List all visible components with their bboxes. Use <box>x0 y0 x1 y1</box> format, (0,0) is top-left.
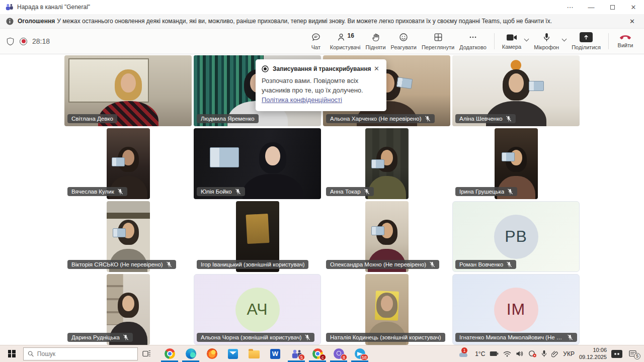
raise-hand-icon <box>371 32 381 42</box>
battery-icon[interactable] <box>490 345 499 362</box>
app-word[interactable] <box>265 345 286 362</box>
task-view-button[interactable] <box>138 345 155 362</box>
participant-tile[interactable]: Ігор Іваницький (зовнішній користувач) <box>194 201 321 272</box>
app-teams[interactable]: 5 <box>286 345 307 362</box>
participant-tile[interactable]: РВ Роман Вовченко <box>452 201 580 272</box>
notification-center-button[interactable]: 5 <box>627 345 639 362</box>
window-title: Нарада в каналі "General" <box>17 4 90 11</box>
share-button[interactable]: Поділитися <box>569 29 603 53</box>
participants-button[interactable]: 16 Користувачі <box>328 29 363 53</box>
teams-window: Нарада в каналі "General" ⋯ — ✕ Оголошен… <box>0 0 644 362</box>
shield-icon <box>6 37 15 46</box>
app-chrome-profile[interactable]: c <box>307 345 328 362</box>
mic-chevron-icon[interactable] <box>562 36 567 41</box>
participant-tile[interactable]: Дарина Рудніцька <box>64 274 192 345</box>
maximize-icon <box>610 5 615 10</box>
participant-name-label: Наталія Кодинець (зовнішній користувач) <box>326 333 445 342</box>
mic-off-icon <box>425 116 431 122</box>
window-maximize-button[interactable] <box>602 0 623 14</box>
app-telegram[interactable]: 58 <box>349 345 370 362</box>
notification-badge: 5 <box>634 353 640 359</box>
volume-icon[interactable] <box>516 345 523 362</box>
language-indicator[interactable]: УКР <box>563 350 575 357</box>
viber-badge: 8 <box>341 354 347 360</box>
clock[interactable]: 10:06 09.12.2025 <box>579 347 607 361</box>
view-button[interactable]: Переглянути <box>419 29 457 53</box>
participant-tile[interactable]: Анна Токар <box>323 128 450 199</box>
window-more-button[interactable]: ⋯ <box>559 0 581 14</box>
id-card-graphic <box>112 157 125 166</box>
taskbar-search[interactable] <box>23 347 138 360</box>
task-view-icon <box>142 350 151 357</box>
avatar-initials: РВ <box>505 227 527 246</box>
app-viber[interactable]: 8 <box>328 345 349 362</box>
banner-close-button[interactable]: ✕ <box>626 18 638 25</box>
start-button[interactable] <box>0 345 23 362</box>
participant-tile[interactable]: Вячеслав Кулик <box>64 128 192 199</box>
mic-button[interactable]: Мікрофон <box>531 29 561 53</box>
announcement-label: Оголошення <box>18 18 55 25</box>
participant-name-label: Олександра Мохно (Не перевірено) <box>326 260 439 269</box>
participant-name-label: Вячеслав Кулик <box>67 187 127 196</box>
participant-tile[interactable]: Аліна Шевченко <box>452 55 580 126</box>
taskbar-apps: 5 c 8 58 <box>159 345 370 362</box>
mic-off-icon <box>506 116 512 122</box>
id-card-graphic <box>371 159 384 168</box>
participant-tile[interactable]: АЧ Альона Чорна (зовнішній користувач) <box>194 274 321 345</box>
participant-name-label: Дарина Рудніцька <box>67 333 133 342</box>
screen-recorder-tray-icon[interactable] <box>611 345 622 362</box>
id-card-graphic <box>396 77 412 89</box>
window-close-button[interactable]: ✕ <box>623 0 644 14</box>
participant-name-label: Аліна Шевченко <box>455 114 516 123</box>
participant-tile[interactable]: Наталія Кодинець (зовнішній користувач) <box>323 274 450 345</box>
chrome-profile-badge: c <box>319 354 326 360</box>
window-minimize-button[interactable]: — <box>581 0 602 14</box>
tray-date: 09.12.2025 <box>579 354 607 361</box>
privacy-policy-link[interactable]: Політика конфіденційності <box>262 96 342 104</box>
app-mail[interactable] <box>222 345 244 362</box>
meeting-timer: 28:18 <box>32 37 50 45</box>
react-button[interactable]: Реагувати <box>388 29 419 53</box>
recording-tray-icon[interactable] <box>528 345 537 362</box>
onedrive-cloud-icon[interactable]: 1 <box>457 345 470 362</box>
participant-name-label: Ігнатенко Микола Миколайович (Не пере... <box>455 333 577 342</box>
app-file-explorer[interactable] <box>244 345 265 362</box>
id-card-graphic <box>502 152 515 161</box>
id-card-graphic <box>371 226 384 235</box>
chat-label: Чат <box>311 44 320 50</box>
camera-button[interactable]: Камера <box>500 29 524 53</box>
leave-button[interactable]: Вийти <box>614 29 637 53</box>
weather-temperature[interactable]: 1°C <box>475 350 485 357</box>
mic-label: Мікрофон <box>534 44 559 50</box>
participant-tile[interactable]: ІМ Ігнатенко Микола Миколайович (Не пере… <box>452 274 580 345</box>
app-firefox[interactable] <box>201 345 222 362</box>
search-input[interactable] <box>37 350 133 357</box>
participant-tile[interactable]: Олександра Мохно (Не перевірено) <box>323 201 450 272</box>
app-edge[interactable] <box>180 345 201 362</box>
mic-off-icon <box>235 189 241 195</box>
participant-tile[interactable]: Юлія Бойко <box>194 128 321 199</box>
wifi-icon[interactable] <box>503 345 511 362</box>
app-chrome[interactable] <box>159 345 180 362</box>
participant-tile[interactable]: Ірина Грушецька <box>452 128 580 199</box>
microphone-tray-icon[interactable] <box>541 345 547 362</box>
chat-button[interactable]: Чат <box>304 29 328 53</box>
share-label: Поділитися <box>572 44 601 50</box>
popup-close-button[interactable]: ✕ <box>373 65 380 72</box>
popup-body: Розпочато вами. Повідомте всіх учасників… <box>262 76 380 105</box>
participants-icon <box>337 32 347 42</box>
view-label: Переглянути <box>422 44 454 50</box>
participant-tile[interactable]: Вікторія СЯСЬКО (Не перевірено) <box>64 201 192 272</box>
participants-label: Користувачі <box>330 44 361 50</box>
chat-icon <box>311 32 321 42</box>
more-button[interactable]: Додатково <box>457 29 489 53</box>
view-grid-icon <box>433 32 443 42</box>
safely-remove-icon[interactable] <box>551 345 558 362</box>
raise-hand-label: Підняти <box>366 44 386 50</box>
camera-icon <box>506 33 518 42</box>
mic-off-icon <box>567 334 573 340</box>
raise-hand-button[interactable]: Підняти <box>363 29 388 53</box>
camera-chevron-icon[interactable] <box>524 36 529 41</box>
teams-logo-icon <box>5 3 13 11</box>
participant-tile[interactable]: Світлана Девко <box>64 55 192 126</box>
